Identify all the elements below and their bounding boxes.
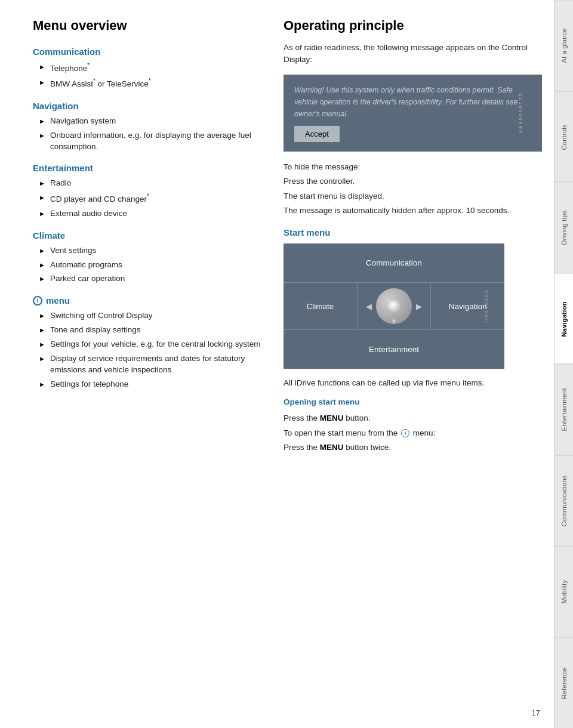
bullet-text: Automatic programs xyxy=(50,260,122,271)
bullet-arrow-icon: ► xyxy=(39,380,45,389)
accept-button[interactable]: Accept xyxy=(294,126,340,143)
menu-bold-2: MENU xyxy=(320,443,344,452)
sidebar-tabs: At a glance Controls Driving tips Naviga… xyxy=(554,0,573,728)
bullet-arrow-icon: ► xyxy=(39,354,45,363)
idrive-middle-row: Climate ▲ ◀ ▶ ▼ Navigation xyxy=(284,283,504,330)
tab-driving-tips[interactable]: Driving tips xyxy=(554,182,573,273)
bullet-text: Radio xyxy=(50,178,71,189)
press-line-2-pre: To open the start menu from the xyxy=(284,428,400,437)
list-item: ► External audio device xyxy=(33,208,266,220)
press-line-3-post: button twice. xyxy=(344,443,392,452)
press-line-2: To open the start menu from the i menu: xyxy=(284,426,542,440)
idrive-description: All iDrive functions can be called up vi… xyxy=(284,377,542,389)
idrive-center-cell: ▲ ◀ ▶ ▼ xyxy=(358,283,432,329)
list-item: ► Display of service requirements and da… xyxy=(33,353,266,376)
tab-mobility[interactable]: Mobility xyxy=(554,546,573,637)
idrive-climate-cell: Climate xyxy=(284,283,358,329)
info-icon: i xyxy=(33,296,42,306)
idrive-communication-cell: Communication xyxy=(284,243,504,282)
inline-info-icon: i xyxy=(401,429,409,437)
tab-entertainment[interactable]: Entertainment xyxy=(554,364,573,455)
info-menu-header: i menu xyxy=(33,295,266,306)
list-item: ► Vent settings xyxy=(33,245,266,257)
list-item: ► Automatic programs xyxy=(33,260,266,271)
tab-reference[interactable]: Reference xyxy=(554,637,573,729)
bullet-arrow-icon: ► xyxy=(39,78,45,87)
bullet-arrow-icon: ► xyxy=(39,340,45,349)
tab-communications[interactable]: Communications xyxy=(554,455,573,547)
to-hide-line-1: Press the controller. xyxy=(284,174,542,189)
to-hide-line-2: The start menu is displayed. xyxy=(284,189,542,203)
bullet-text: Settings for telephone xyxy=(50,379,128,390)
list-item: ► Parked car operation xyxy=(33,273,266,285)
press-line-1: Press the MENU button. xyxy=(284,411,542,425)
tab-controls[interactable]: Controls xyxy=(554,91,573,183)
watermark: E 0 1 0 0 0 0 h m t xyxy=(516,94,523,132)
bullet-text: Switching off Control Display xyxy=(50,310,153,322)
list-item: ► Settings for telephone xyxy=(33,379,266,390)
press-line-1-post: button. xyxy=(344,414,371,422)
tab-at-a-glance[interactable]: At a glance xyxy=(554,0,573,91)
bullet-arrow-icon: ► xyxy=(39,209,45,218)
warning-box: Warning! Use this system only when traff… xyxy=(284,75,542,152)
list-item: ► Radio xyxy=(33,178,266,189)
press-line-1-pre: Press the xyxy=(284,414,320,422)
bullet-arrow-icon: ► xyxy=(39,246,45,255)
left-column: Menu overview Communication ► Telephone*… xyxy=(33,18,266,710)
bullet-text: Settings for your vehicle, e.g. for the … xyxy=(50,339,261,350)
bullet-text: Vent settings xyxy=(50,245,96,257)
idrive-menu-image: Communication Climate ▲ ◀ ▶ ▼ xyxy=(284,243,504,369)
bullet-arrow-icon: ► xyxy=(39,326,45,335)
section-title-climate: Climate xyxy=(33,230,266,240)
bullet-arrow-icon: ► xyxy=(39,193,45,202)
section-title-navigation: Navigation xyxy=(33,101,266,111)
bullet-text: Navigation system xyxy=(50,116,116,127)
list-item: ► Settings for your vehicle, e.g. for th… xyxy=(33,339,266,350)
section-title-communication: Communication xyxy=(33,47,266,57)
page-number: 17 xyxy=(532,708,540,717)
idrive-climate-label: Climate xyxy=(306,302,334,311)
bullet-text: Display of service requirements and date… xyxy=(50,353,266,376)
press-line-2-mid: menu: xyxy=(411,428,435,437)
list-item: ► CD player and CD changer* xyxy=(33,192,266,205)
bullet-arrow-icon: ► xyxy=(39,131,45,140)
idrive-navigation-cell: Navigation xyxy=(431,283,504,329)
bullet-arrow-icon: ► xyxy=(39,179,45,188)
bullet-text: Parked car operation xyxy=(50,273,125,285)
to-hide-line-3: The message is automatically hidden afte… xyxy=(284,203,542,218)
info-menu-label: menu xyxy=(46,295,70,306)
to-hide-block: To hide the message: Press the controlle… xyxy=(284,160,542,218)
list-item: ► Onboard information, e.g. for displayi… xyxy=(33,130,266,153)
tab-navigation[interactable]: Navigation xyxy=(554,273,573,365)
bullet-text: Telephone* xyxy=(50,61,90,74)
idrive-arrow-right-icon: ▶ xyxy=(416,302,422,311)
idrive-arrow-left-icon: ◀ xyxy=(366,302,372,311)
press-line-3: Press the MENU button twice. xyxy=(284,440,542,455)
idrive-entertainment-label: Entertainment xyxy=(369,345,419,354)
list-item: ► Tone and display settings xyxy=(33,325,266,336)
bullet-arrow-icon: ► xyxy=(39,63,45,72)
bullet-arrow-icon: ► xyxy=(39,261,45,270)
bullet-arrow-icon: ► xyxy=(39,311,45,320)
idrive-navigation-label: Navigation xyxy=(449,302,487,311)
menu-bold-1: MENU xyxy=(320,414,344,422)
to-hide-label: To hide the message: xyxy=(284,160,542,174)
bullet-text: Tone and display settings xyxy=(50,325,141,336)
list-item: ► Navigation system xyxy=(33,116,266,127)
idrive-knob-inner xyxy=(388,300,400,312)
bullet-text: CD player and CD changer* xyxy=(50,192,149,205)
opening-start-menu-title: Opening start menu xyxy=(284,397,542,406)
list-item: ► BMW Assist* or TeleService* xyxy=(33,77,266,90)
idrive-bottom-row: Entertainment xyxy=(284,330,504,369)
left-main-title: Menu overview xyxy=(33,18,266,33)
right-column: Operating principle As of radio readines… xyxy=(284,18,542,710)
bullet-text: Onboard information, e.g. for displaying… xyxy=(50,130,266,153)
warning-text: Warning! Use this system only when traff… xyxy=(294,84,531,120)
start-menu-title: Start menu xyxy=(284,227,542,237)
idrive-entertainment-cell: Entertainment xyxy=(284,330,504,369)
idrive-communication-label: Communication xyxy=(366,258,422,267)
idrive-top-row: Communication xyxy=(284,243,504,283)
press-line-3-pre: Press the xyxy=(284,443,320,452)
idrive-arrow-down-icon: ▼ xyxy=(390,317,398,326)
section-title-entertainment: Entertainment xyxy=(33,163,266,173)
